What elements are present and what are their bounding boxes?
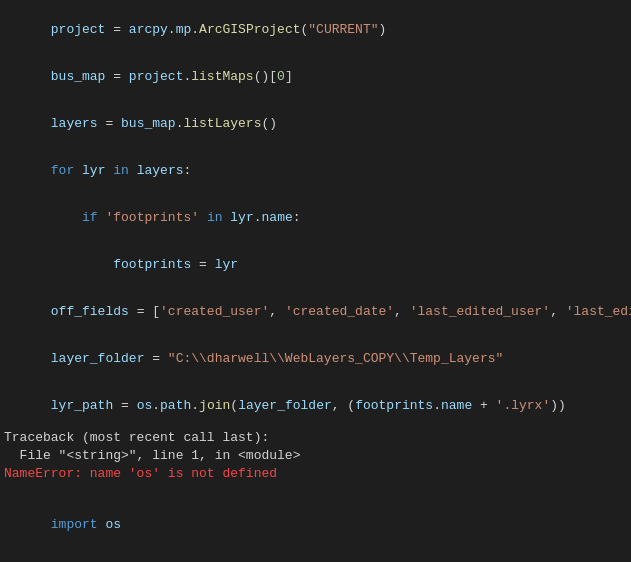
code-line-blank-1 bbox=[0, 483, 631, 501]
code-line-3: layers = bus_map.listLayers() bbox=[0, 100, 631, 147]
code-line-14: import os bbox=[0, 501, 631, 548]
code-editor[interactable]: project = arcpy.mp.ArcGISProject("CURREN… bbox=[0, 0, 631, 562]
code-line-8: layer_folder = "C:\\dharwell\\WebLayers_… bbox=[0, 335, 631, 382]
code-line-10: Traceback (most recent call last): bbox=[0, 429, 631, 447]
code-line-1: project = arcpy.mp.ArcGISProject("CURREN… bbox=[0, 6, 631, 53]
code-line-blank-2 bbox=[0, 548, 631, 562]
code-line-5: if 'footprints' in lyr.name: bbox=[0, 194, 631, 241]
code-line-7: off_fields = ['created_user', 'created_d… bbox=[0, 288, 631, 335]
code-line-2: bus_map = project.listMaps()[0] bbox=[0, 53, 631, 100]
code-line-9: lyr_path = os.path.join(layer_folder, (f… bbox=[0, 382, 631, 429]
code-line-6: footprints = lyr bbox=[0, 241, 631, 288]
code-line-4: for lyr in layers: bbox=[0, 147, 631, 194]
code-line-11: File "<string>", line 1, in <module> bbox=[0, 447, 631, 465]
code-line-12: NameError: name 'os' is not defined bbox=[0, 465, 631, 483]
